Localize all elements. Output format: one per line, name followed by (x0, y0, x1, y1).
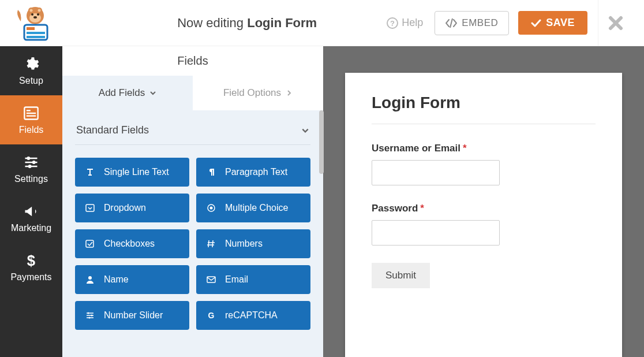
google-icon: G (205, 311, 217, 320)
field-single-line-text[interactable]: Single Line Text (75, 158, 189, 187)
form-preview: Login Form Username or Email* Password* … (345, 73, 622, 357)
field-name[interactable]: Name (75, 265, 189, 294)
sidebar: Setup Fields Settings Marketing $ Paymen… (0, 46, 62, 357)
logo (9, 5, 61, 41)
panel-title: Fields (62, 46, 323, 76)
bullhorn-icon (23, 203, 39, 220)
chevron-down-icon (149, 90, 156, 96)
form-title: Login Form (372, 94, 596, 124)
svg-point-29 (88, 313, 89, 314)
dropdown-icon (84, 203, 96, 213)
help-icon: ? (387, 17, 398, 29)
sidebar-item-marketing[interactable]: Marketing (0, 194, 62, 243)
svg-point-25 (210, 207, 213, 210)
check-icon (531, 19, 541, 27)
svg-rect-11 (27, 36, 45, 38)
sidebar-item-setup[interactable]: Setup (0, 46, 62, 95)
close-icon[interactable] (608, 16, 623, 31)
sidebar-item-fields[interactable]: Fields (0, 95, 62, 144)
svg-point-31 (89, 317, 91, 319)
svg-rect-23 (86, 204, 94, 211)
text-icon (84, 168, 96, 177)
field-dropdown[interactable]: Dropdown (75, 194, 189, 222)
field-checkboxes[interactable]: Checkboxes (75, 229, 189, 258)
envelope-icon (205, 275, 217, 284)
field-multiple-choice[interactable]: Multiple Choice (196, 194, 310, 222)
svg-point-21 (28, 165, 32, 168)
sidebar-item-label: Setup (19, 76, 43, 86)
password-input[interactable] (372, 220, 500, 246)
section-standard-fields[interactable]: Standard Fields (75, 121, 310, 145)
svg-point-20 (32, 161, 36, 164)
sidebar-item-label: Marketing (11, 223, 51, 233)
username-label: Username or Email* (372, 143, 596, 154)
svg-text:?: ? (390, 19, 395, 28)
sidebar-item-label: Settings (14, 174, 48, 184)
field-paragraph-text[interactable]: Paragraph Text (196, 158, 310, 187)
scrollbar[interactable] (319, 110, 324, 174)
save-button[interactable]: SAVE (518, 11, 587, 35)
svg-text:$: $ (27, 252, 35, 269)
submit-button[interactable]: Submit (372, 263, 430, 288)
tab-field-options[interactable]: Field Options (193, 76, 323, 110)
password-label: Password* (372, 203, 596, 214)
dollar-icon: $ (23, 252, 39, 269)
user-icon (84, 275, 96, 284)
svg-point-8 (33, 16, 37, 18)
svg-point-4 (38, 9, 41, 12)
divider (372, 124, 596, 124)
help-link[interactable]: ? Help (387, 17, 423, 29)
svg-point-7 (37, 13, 39, 16)
svg-point-19 (27, 157, 30, 160)
topbar: Now editing Login Form ? Help EMBED SAVE (0, 0, 644, 46)
page-title: Now editing Login Form (61, 16, 387, 31)
sidebar-item-label: Fields (19, 125, 44, 135)
field-recaptcha[interactable]: GreCAPTCHA (196, 301, 310, 330)
hash-icon (205, 239, 217, 248)
sliders-icon (23, 154, 39, 170)
sidebar-item-label: Payments (10, 272, 51, 282)
svg-point-30 (91, 315, 93, 317)
svg-point-6 (31, 13, 33, 16)
svg-point-27 (88, 276, 92, 280)
chevron-right-icon (286, 90, 293, 96)
svg-rect-18 (27, 115, 36, 116)
svg-rect-28 (207, 277, 215, 282)
radio-icon (205, 203, 217, 213)
svg-rect-26 (86, 240, 93, 247)
username-input[interactable] (372, 160, 500, 185)
embed-button[interactable]: EMBED (435, 11, 509, 35)
tab-add-fields[interactable]: Add Fields (62, 76, 193, 110)
field-email[interactable]: Email (196, 265, 310, 294)
sidebar-item-payments[interactable]: $ Payments (0, 243, 62, 292)
field-numbers[interactable]: Numbers (196, 229, 310, 258)
sidebar-item-settings[interactable]: Settings (0, 144, 62, 194)
form-icon (23, 105, 39, 121)
chevron-down-icon (301, 127, 309, 135)
field-number-slider[interactable]: Number Slider (75, 301, 189, 330)
gear-icon (23, 56, 39, 72)
svg-text:G: G (208, 311, 215, 320)
sliders-icon (84, 311, 96, 320)
paragraph-icon (205, 168, 217, 177)
checkbox-icon (84, 239, 96, 248)
svg-rect-16 (27, 110, 31, 111)
svg-point-3 (30, 9, 33, 12)
code-icon (445, 18, 457, 28)
svg-rect-12 (27, 27, 35, 30)
fields-panel: Fields Add Fields Field Options Standard… (62, 46, 323, 357)
svg-rect-17 (27, 112, 36, 113)
svg-rect-10 (27, 32, 45, 34)
preview-pane: Login Form Username or Email* Password* … (323, 46, 644, 357)
